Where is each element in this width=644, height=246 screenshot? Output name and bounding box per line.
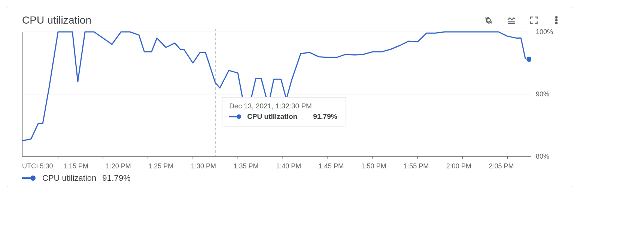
more-vert-icon[interactable] [550,14,563,27]
tooltip: Dec 13, 2021, 1:32:30 PM CPU utilization… [222,97,346,126]
legend-series-label: CPU utilization [42,173,96,183]
x-tick-label: 2:05 PM [489,162,531,170]
tooltip-timestamp: Dec 13, 2021, 1:32:30 PM [229,102,337,110]
reset-zoom-icon[interactable] [483,14,495,27]
x-tick-label: 1:50 PM [361,162,404,170]
svg-point-6 [556,22,557,24]
x-axis-labels: UTC+5:301:15 PM1:20 PM1:25 PM1:30 PM1:35… [22,162,531,170]
chart-body: Dec 13, 2021, 1:32:30 PM CPU utilization… [7,29,572,170]
y-tick-label: 90% [536,90,549,98]
x-tick-label: 1:15 PM [63,162,106,170]
svg-point-5 [556,20,557,21]
y-tick-label: 100% [536,28,553,36]
chart-toolbar [483,14,563,27]
tooltip-series-label: CPU utilization [247,112,297,121]
series-marker-icon [22,175,36,182]
chart-header: CPU utilization [7,7,572,29]
x-tick-label: 1:45 PM [319,162,361,170]
x-tick-label: 1:35 PM [234,162,276,170]
chart-svg [22,29,531,160]
svg-point-4 [556,16,557,18]
legend: CPU utilization 91.79% [7,170,572,183]
x-tick-label: 1:25 PM [148,162,191,170]
legend-value: 91.79% [102,173,131,183]
y-axis-labels: 100%90%80% [531,29,557,160]
x-tick-label: 2:00 PM [446,162,489,170]
svg-point-27 [30,176,36,181]
fullscreen-icon[interactable] [528,14,540,27]
x-tick-label: 1:55 PM [404,162,446,170]
svg-point-23 [526,57,531,62]
svg-point-25 [237,114,241,119]
x-tick-label: 1:30 PM [191,162,234,170]
svg-point-0 [487,18,490,22]
series-marker-icon [229,114,242,120]
y-tick-label: 80% [536,153,549,160]
chart-title: CPU utilization [22,14,91,26]
tooltip-value: 91.79% [313,112,337,121]
chart-card: CPU utilization Dec 13, 2021, 1:32:30 PM [7,7,572,187]
legend-toggle-icon[interactable] [505,14,518,27]
plot-area[interactable]: Dec 13, 2021, 1:32:30 PM CPU utilization… [22,29,531,160]
x-tick-label: 1:20 PM [106,162,149,170]
x-tick-label: 1:40 PM [276,162,319,170]
timezone-label: UTC+5:30 [22,162,63,170]
